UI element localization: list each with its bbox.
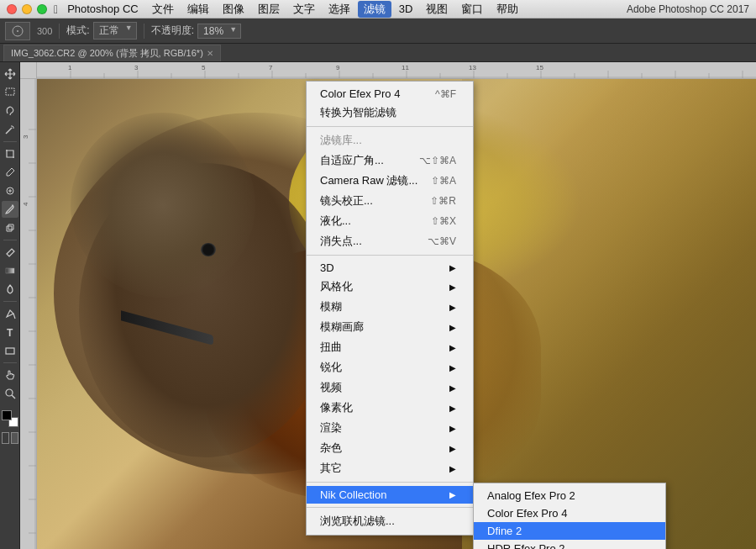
menu-item-browse-filters[interactable]: 浏览联机滤镜... xyxy=(307,511,473,531)
menu-item-noise[interactable]: 杂色 ▶ xyxy=(307,438,473,458)
gradient-tool[interactable] xyxy=(2,262,18,279)
nik-dfine[interactable]: Dfine 2 xyxy=(474,522,665,540)
menu-item-video[interactable]: 视频 ▶ xyxy=(307,377,473,398)
arrow-pixelate: ▶ xyxy=(449,404,456,413)
menu-bar-right: Adobe Photoshop CC 2017 xyxy=(627,3,749,15)
svg-line-6 xyxy=(13,126,13,127)
quick-mask-toggle[interactable] xyxy=(2,432,18,444)
menu-item-smart-filter[interactable]: 转换为智能滤镜 xyxy=(307,103,473,123)
svg-text:T: T xyxy=(7,327,13,338)
mode-dropdown[interactable]: 正常 ▼ xyxy=(93,22,137,40)
menu-item-blur-gallery[interactable]: 模糊画廊 ▶ xyxy=(307,317,473,337)
document-tab[interactable]: IMG_3062.CR2 @ 200% (背景 拷贝, RGB/16*) ✕ xyxy=(3,45,221,61)
menu-item-camera-raw[interactable]: Camera Raw 滤镜... ⇧⌘A xyxy=(307,171,473,191)
arrow-video: ▶ xyxy=(449,383,456,393)
menu-item-blur[interactable]: 模糊 ▶ xyxy=(307,297,473,317)
lasso-tool[interactable] xyxy=(2,103,18,119)
nik-color-efex[interactable]: Color Efex Pro 4 xyxy=(474,504,665,522)
menu-item-vanishing-point[interactable]: 消失点... ⌥⌘V xyxy=(307,231,473,251)
toolbar-separator-2 xyxy=(144,24,144,39)
tool-separator-4 xyxy=(3,362,17,363)
arrow-render: ▶ xyxy=(449,424,456,433)
menu-3d[interactable]: 3D xyxy=(393,2,419,16)
menu-item-3d[interactable]: 3D ▶ xyxy=(307,259,473,277)
menu-item-adaptive-wide[interactable]: 自适应广角... ⌥⇧⌘A xyxy=(307,150,473,171)
select-tool[interactable] xyxy=(2,84,18,101)
ruler-corner xyxy=(20,62,37,79)
nik-hdr-efex[interactable]: HDR Efex Pro 2 xyxy=(474,540,665,549)
foreground-color-swatch[interactable] xyxy=(2,410,12,420)
hand-tool[interactable] xyxy=(2,367,18,383)
svg-rect-14 xyxy=(6,348,14,354)
text-tool[interactable]: T xyxy=(2,324,18,340)
opacity-input[interactable]: 18% ▼ xyxy=(197,24,241,39)
svg-text:4: 4 xyxy=(22,202,29,206)
shape-tool[interactable] xyxy=(2,342,18,359)
eyedropper-tool[interactable] xyxy=(2,164,18,181)
arrow-nik: ▶ xyxy=(449,490,456,499)
menu-item-filter-gallery[interactable]: 滤镜库... xyxy=(307,130,473,150)
menu-item-distort[interactable]: 扭曲 ▶ xyxy=(307,337,473,357)
arrow-sharpen: ▶ xyxy=(449,363,456,372)
menu-edit[interactable]: 编辑 xyxy=(181,1,215,18)
menu-window[interactable]: 窗口 xyxy=(455,1,489,18)
ruler-left: 3 4 xyxy=(20,79,37,549)
zoom-tool[interactable] xyxy=(2,385,18,402)
menu-text[interactable]: 文字 xyxy=(287,1,321,18)
eraser-tool[interactable] xyxy=(2,244,18,261)
nik-submenu: Analog Efex Pro 2 Color Efex Pro 4 Dfine… xyxy=(473,483,666,549)
color-swatches[interactable] xyxy=(2,410,18,427)
svg-rect-2 xyxy=(6,88,14,95)
arrow-noise: ▶ xyxy=(449,444,456,453)
arrow-distort: ▶ xyxy=(449,343,456,352)
svg-text:3: 3 xyxy=(134,64,139,71)
menu-item-stylize[interactable]: 风格化 ▶ xyxy=(307,277,473,297)
toolbar: 300 模式: 正常 ▼ 不透明度: 18% ▼ xyxy=(0,18,756,44)
nik-analog-efex[interactable]: Analog Efex Pro 2 xyxy=(474,487,665,504)
menu-image[interactable]: 图像 xyxy=(217,1,250,18)
menu-layer[interactable]: 图层 xyxy=(252,1,286,18)
svg-text:5: 5 xyxy=(202,64,206,71)
menu-sep-4 xyxy=(307,507,473,508)
menu-item-color-efex[interactable]: Color Efex Pro 4 ^⌘F xyxy=(307,85,473,103)
canvas-area: 1 3 5 7 9 11 xyxy=(20,62,756,549)
svg-line-16 xyxy=(12,395,15,399)
menu-item-liquify[interactable]: 液化... ⇧⌘X xyxy=(307,211,473,231)
svg-text:11: 11 xyxy=(402,64,409,71)
healing-tool[interactable] xyxy=(2,182,18,199)
menu-view[interactable]: 视图 xyxy=(420,1,454,18)
maximize-button[interactable] xyxy=(37,4,47,14)
magic-wand-tool[interactable] xyxy=(2,121,18,138)
menu-select[interactable]: 选择 xyxy=(323,1,356,18)
svg-text:1: 1 xyxy=(68,64,72,71)
menu-item-pixelate[interactable]: 像素化 ▶ xyxy=(307,398,473,418)
shortcut-liquify: ⇧⌘X xyxy=(431,215,456,227)
menu-file[interactable]: 文件 xyxy=(146,1,180,18)
pen-tool[interactable] xyxy=(2,305,18,322)
svg-line-7 xyxy=(12,168,14,171)
minimize-button[interactable] xyxy=(22,4,32,14)
menu-help[interactable]: 帮助 xyxy=(491,1,524,18)
menu-item-lens-correction[interactable]: 镜头校正... ⇧⌘R xyxy=(307,191,473,211)
clone-tool[interactable] xyxy=(2,219,18,236)
apple-icon[interactable]:  xyxy=(54,3,58,16)
move-tool[interactable] xyxy=(2,66,18,82)
menu-item-sharpen[interactable]: 锐化 ▶ xyxy=(307,357,473,377)
svg-line-3 xyxy=(6,128,12,134)
brush-tool[interactable] xyxy=(2,201,18,218)
main-content: T xyxy=(0,62,756,549)
shortcut-color-efex: ^⌘F xyxy=(435,88,456,100)
brush-tool-icon[interactable] xyxy=(5,22,30,40)
menu-item-nik-collection[interactable]: Nik Collection ▶ Analog Efex Pro 2 Color… xyxy=(307,486,473,504)
menu-item-render[interactable]: 渲染 ▶ xyxy=(307,418,473,438)
ruler-top: 1 3 5 7 9 11 xyxy=(37,62,756,79)
arrow-stylize: ▶ xyxy=(449,282,456,292)
blur-tool[interactable] xyxy=(2,281,18,298)
left-toolbar: T xyxy=(0,62,20,549)
tab-close-icon[interactable]: ✕ xyxy=(207,49,213,58)
close-button[interactable] xyxy=(7,4,17,14)
crop-tool[interactable] xyxy=(2,145,18,162)
menu-photoshop[interactable]: Photoshop CC xyxy=(61,2,144,16)
menu-filter[interactable]: 滤镜 xyxy=(358,1,391,18)
menu-item-other[interactable]: 其它 ▶ xyxy=(307,458,473,478)
